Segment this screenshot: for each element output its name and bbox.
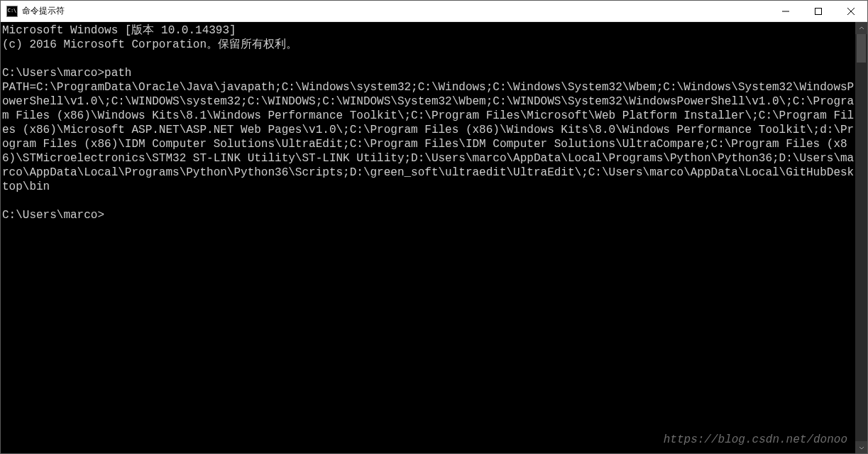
- vertical-scrollbar[interactable]: [855, 22, 867, 453]
- chevron-down-icon: [859, 445, 864, 450]
- terminal-blank: [2, 52, 855, 66]
- prompt-prefix: C:\Users\marco>: [2, 209, 104, 222]
- terminal-area: Microsoft Windows [版本 10.0.14393](c) 201…: [1, 22, 867, 453]
- prompt-prefix: C:\Users\marco>: [2, 67, 104, 80]
- terminal-line: Microsoft Windows [版本 10.0.14393]: [2, 23, 855, 38]
- terminal-prompt-line: C:\Users\marco>path: [2, 66, 855, 80]
- scroll-down-button[interactable]: [855, 441, 867, 453]
- scroll-up-button[interactable]: [855, 22, 867, 34]
- maximize-icon: [815, 8, 822, 15]
- window-title: 命令提示符: [22, 5, 769, 17]
- chevron-up-icon: [859, 26, 864, 31]
- minimize-icon: [782, 8, 789, 15]
- titlebar[interactable]: 命令提示符: [1, 1, 867, 22]
- svg-rect-1: [815, 8, 822, 14]
- terminal-blank: [2, 194, 855, 208]
- maximize-button[interactable]: [802, 1, 835, 21]
- app-icon: [6, 6, 18, 17]
- command-prompt-window: 命令提示符 Microsoft Windows [版本 10.0.14393](…: [0, 0, 868, 454]
- prompt-command: path: [104, 67, 131, 80]
- scroll-thumb[interactable]: [857, 34, 866, 63]
- minimize-button[interactable]: [769, 1, 802, 21]
- path-output: PATH=C:\ProgramData\Oracle\Java\javapath…: [2, 80, 855, 194]
- close-icon: [847, 8, 855, 15]
- terminal-line: (c) 2016 Microsoft Corporation。保留所有权利。: [2, 38, 855, 52]
- terminal-output[interactable]: Microsoft Windows [版本 10.0.14393](c) 201…: [1, 22, 855, 453]
- terminal-prompt-line: C:\Users\marco>: [2, 208, 855, 222]
- close-button[interactable]: [835, 1, 867, 21]
- window-controls: [769, 1, 867, 21]
